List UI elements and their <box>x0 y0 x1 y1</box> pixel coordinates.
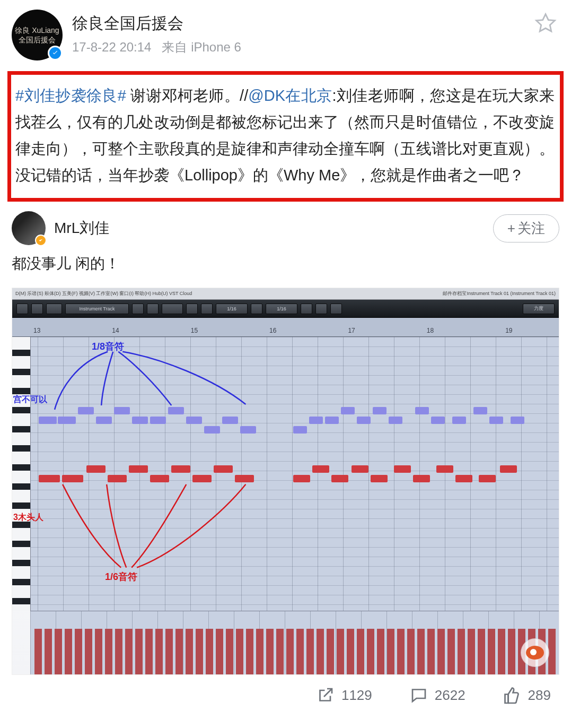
velocity-lane <box>30 611 559 674</box>
follow-button[interactable]: +关注 <box>493 214 559 242</box>
velocity-bar <box>437 629 445 674</box>
post-content: #刘佳抄袭徐良# 谢谢邓柯老师。//@DK在北京:刘佳老师啊，您这是在玩大家来找… <box>7 71 564 202</box>
ruler-mark: 14 <box>112 327 119 334</box>
midi-note <box>500 465 517 473</box>
embedded-image[interactable]: D(M) 乐谱(S) 鼓体(D) 五美(F) 视频(V) 工作室(W) 窗口(I… <box>12 288 559 675</box>
velocity-bar <box>286 629 294 674</box>
toolbar-button <box>31 304 43 314</box>
toolbar-button <box>16 304 28 314</box>
midi-note <box>78 407 94 414</box>
quoted-post: MrL刘佳 +关注 都没事儿 闲的！ <box>0 211 571 288</box>
velocity-bar <box>327 629 334 674</box>
velocity-bar <box>256 629 263 674</box>
midi-note <box>168 407 184 414</box>
toolbar-button <box>46 304 62 314</box>
velocity-bar <box>165 629 173 674</box>
midi-note <box>293 475 310 482</box>
midi-note <box>489 417 503 424</box>
velocity-bar <box>246 629 253 674</box>
midi-note <box>132 417 148 424</box>
midi-note <box>331 475 348 482</box>
share-button[interactable]: 1129 <box>316 686 372 705</box>
toolbar-button <box>315 304 327 314</box>
annotation-lines <box>12 337 559 611</box>
velocity-bar <box>468 629 475 674</box>
favorite-button[interactable] <box>532 10 559 37</box>
ruler-mark: 15 <box>191 327 198 334</box>
post-timestamp: 17-8-22 20:14 <box>72 40 151 54</box>
midi-note <box>129 465 148 473</box>
quoted-author-name[interactable]: MrL刘佳 <box>54 218 485 238</box>
midi-note <box>341 407 355 414</box>
velocity-bar <box>85 629 92 674</box>
velocity-bar <box>75 629 82 674</box>
post-text-1: 谢谢邓柯老师。// <box>126 87 248 104</box>
midi-note <box>114 407 130 414</box>
midi-note <box>371 475 388 482</box>
velocity-bar <box>155 629 163 674</box>
velocity-label: 力度 <box>523 304 555 314</box>
midi-note <box>352 465 368 473</box>
velocity-bar <box>508 629 515 674</box>
midi-note <box>222 417 238 424</box>
plus-icon: + <box>507 220 515 237</box>
midi-note <box>96 417 112 424</box>
author-name[interactable]: 徐良全国后援会 <box>72 13 522 34</box>
velocity-bar <box>226 629 233 674</box>
piano-roll: 1/8音符 1/6音符 宫不可以 3木头人 <box>12 337 559 611</box>
comment-button[interactable]: 2622 <box>409 686 465 705</box>
midi-note <box>58 417 76 424</box>
midi-note <box>62 475 83 482</box>
velocity-bar <box>115 629 122 674</box>
midi-note <box>325 417 339 424</box>
hashtag-link[interactable]: #刘佳抄袭徐良# <box>15 87 126 104</box>
share-icon <box>316 686 335 705</box>
author-avatar[interactable]: 徐良 XuLiang 全国后援会 <box>12 10 63 60</box>
velocity-bar <box>125 629 133 674</box>
midi-note <box>39 417 57 424</box>
toolbar-button <box>186 304 198 314</box>
avatar-text: 徐良 XuLiang 全国后援会 <box>15 25 59 45</box>
time-ruler: 13 14 15 16 17 18 19 <box>12 318 559 337</box>
velocity-bar <box>34 629 42 674</box>
midi-note <box>186 417 202 424</box>
thumbs-up-icon <box>503 686 522 705</box>
quoted-author-avatar[interactable] <box>12 211 46 245</box>
velocity-bar <box>488 629 495 674</box>
action-bar: 1129 2622 289 <box>0 675 571 720</box>
velocity-bar <box>175 629 183 674</box>
midi-note <box>309 417 323 424</box>
velocity-bar <box>447 629 455 674</box>
share-count: 1129 <box>341 687 372 704</box>
quantize-box: 1/16 <box>216 304 248 314</box>
midi-note <box>389 417 402 424</box>
velocity-bar <box>357 629 364 674</box>
ruler-mark: 18 <box>427 327 434 334</box>
velocity-bar <box>377 629 384 674</box>
follow-label: 关注 <box>517 219 545 238</box>
midi-note <box>235 475 254 482</box>
midi-note <box>150 417 166 424</box>
velocity-bar <box>306 629 314 674</box>
midi-note <box>293 426 307 434</box>
midi-note <box>452 417 466 424</box>
velocity-bar <box>397 629 405 674</box>
mention-link[interactable]: @DK在北京 <box>248 87 332 104</box>
midi-note <box>455 475 472 482</box>
ruler-mark: 19 <box>505 327 512 334</box>
midi-note <box>373 407 386 414</box>
track-selector: Instrument Track <box>65 304 129 314</box>
quoted-header: MrL刘佳 +关注 <box>12 211 559 245</box>
midi-note <box>473 407 487 414</box>
source-device[interactable]: iPhone 6 <box>191 40 241 54</box>
velocity-bar <box>105 629 112 674</box>
velocity-bar <box>417 629 425 674</box>
velocity-bar <box>276 629 284 674</box>
midi-note <box>357 417 371 424</box>
velocity-bar <box>95 629 102 674</box>
like-button[interactable]: 289 <box>503 686 551 705</box>
midi-note <box>511 417 524 424</box>
toolbar-button <box>147 304 159 314</box>
midi-note <box>436 465 453 473</box>
midi-note <box>413 475 430 482</box>
